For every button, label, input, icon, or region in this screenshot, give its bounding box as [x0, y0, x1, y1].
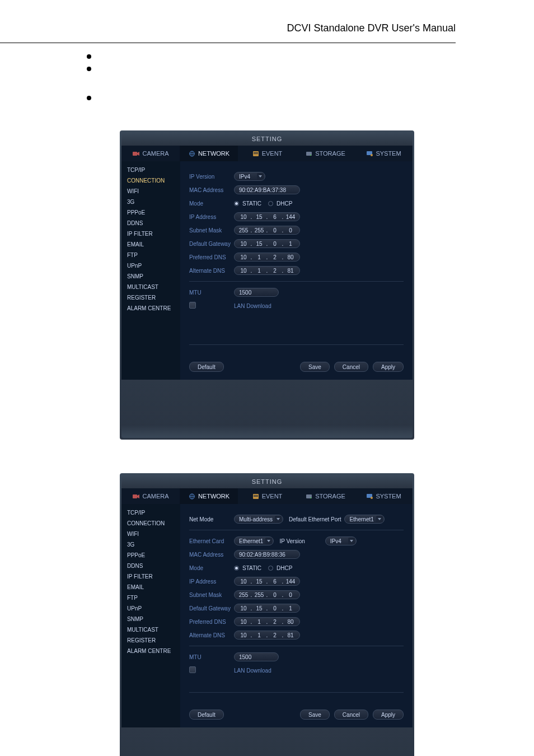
- svg-point-11: [371, 154, 373, 156]
- system-icon: [366, 151, 373, 157]
- sidebar-item-ipfilter[interactable]: IP FILTER: [121, 571, 180, 582]
- mac-address-label2: MAC Address: [189, 552, 234, 558]
- sidebar-item-ipfilter[interactable]: IP FILTER: [121, 228, 180, 239]
- tab-event[interactable]: EVENT: [238, 146, 296, 161]
- sidebar-item-3g[interactable]: 3G: [121, 197, 180, 207]
- main-panel: Net Mode Multi-address Default Ethernet …: [180, 504, 413, 727]
- preferred-dns-field[interactable]: 10. 1. 2. 80: [234, 253, 300, 262]
- storage-icon: [305, 493, 313, 500]
- cancel-button[interactable]: Cancel: [334, 362, 368, 372]
- sidebar-item-upnp[interactable]: UPnP: [121, 603, 180, 614]
- svg-rect-0: [133, 152, 137, 156]
- mode-static-radio2[interactable]: [234, 566, 239, 571]
- lan-download-checkbox2[interactable]: [189, 666, 196, 673]
- default-gateway-field2[interactable]: 10. 15. 0. 1: [234, 604, 300, 613]
- alternate-dns-label: Alternate DNS: [189, 268, 234, 274]
- sidebar-item-register[interactable]: REGISTER: [121, 292, 180, 303]
- lan-download-checkbox[interactable]: [189, 302, 196, 309]
- alternate-dns-field2[interactable]: 10. 1. 2. 81: [234, 631, 300, 640]
- sidebar-item-connection[interactable]: CONNECTION: [121, 175, 180, 186]
- sidebar-item-tcpip[interactable]: TCP/IP: [121, 165, 180, 175]
- ip-version-label: IP Version: [189, 174, 234, 180]
- sidebar-item-alarmcentre[interactable]: ALARM CENTRE: [121, 646, 180, 656]
- alternate-dns-label2: Alternate DNS: [189, 632, 234, 638]
- sidebar-item-register[interactable]: REGISTER: [121, 635, 180, 646]
- ip-version-select2[interactable]: IPv4: [325, 536, 357, 545]
- ip-address-label2: IP Address: [189, 578, 234, 585]
- tab-camera[interactable]: CAMERA: [121, 488, 180, 504]
- ip-version-label2: IP Version: [279, 538, 305, 544]
- default-gateway-label2: Default Gateway: [189, 605, 234, 612]
- save-button[interactable]: Save: [300, 362, 330, 372]
- tab-network[interactable]: NETWORK: [180, 488, 238, 504]
- network-icon: [188, 493, 196, 500]
- sidebar-item-wifi[interactable]: WIFI: [121, 186, 180, 197]
- mac-address-field2[interactable]: 90:02:A9:B9:88:36: [234, 550, 300, 559]
- main-panel: IP Version IPv4 MAC Address 90:02:A9:BA:…: [180, 161, 413, 380]
- default-button[interactable]: Default: [189, 362, 224, 372]
- ip-address-field2[interactable]: 10. 15. 6. 144: [234, 577, 300, 586]
- sidebar-item-wifi[interactable]: WIFI: [121, 529, 180, 539]
- tab-camera[interactable]: CAMERA: [121, 146, 180, 161]
- ip-version-select[interactable]: IPv4: [234, 172, 265, 181]
- mtu-label2: MTU: [189, 654, 234, 660]
- tab-event[interactable]: EVENT: [238, 488, 296, 504]
- net-mode-select[interactable]: Multi-address: [234, 515, 283, 524]
- doc-title: DCVI Standalone DVR User's Manual: [287, 22, 456, 34]
- sidebar-item-snmp[interactable]: SNMP: [121, 614, 180, 624]
- default-button2[interactable]: Default: [189, 710, 224, 720]
- tab-storage[interactable]: STORAGE: [296, 146, 354, 161]
- mac-address-field[interactable]: 90:02:A9:BA:37:38: [234, 185, 300, 194]
- system-icon: [366, 493, 373, 500]
- alternate-dns-field[interactable]: 10. 1. 2. 81: [234, 266, 300, 275]
- tab-bar: CAMERA NETWORK EVENT STORAGE SYSTEM: [121, 146, 413, 161]
- camera-icon: [132, 151, 140, 157]
- sidebar-item-pppoe[interactable]: PPPoE: [121, 550, 180, 561]
- sidebar-item-ftp[interactable]: FTP: [121, 592, 180, 603]
- sidebar-item-ddns[interactable]: DDNS: [121, 561, 180, 571]
- ethernet-card-select[interactable]: Ethernet1: [234, 536, 274, 545]
- sidebar-item-3g[interactable]: 3G: [121, 539, 180, 550]
- apply-button2[interactable]: Apply: [373, 710, 404, 720]
- default-eth-port-label: Default Ethernet Port: [289, 516, 341, 522]
- cancel-button2[interactable]: Cancel: [334, 710, 368, 720]
- tab-bar: CAMERA NETWORK EVENT STORAGE SYSTEM: [121, 488, 413, 504]
- tab-system[interactable]: SYSTEM: [354, 488, 413, 504]
- storage-icon: [305, 151, 313, 157]
- network-icon: [188, 151, 196, 157]
- sidebar-item-tcpip[interactable]: TCP/IP: [121, 507, 180, 518]
- sidebar-item-snmp[interactable]: SNMP: [121, 271, 180, 282]
- sidebar-item-connection[interactable]: CONNECTION: [121, 518, 180, 529]
- sidebar-item-multicast[interactable]: MULTICAST: [121, 624, 180, 635]
- sidebar-item-upnp[interactable]: UPnP: [121, 260, 180, 271]
- tab-network[interactable]: NETWORK: [180, 146, 238, 161]
- subnet-mask-field[interactable]: 255. 255. 0. 0: [234, 226, 300, 235]
- default-eth-port-select[interactable]: Ethernet1: [344, 515, 384, 524]
- tab-system[interactable]: SYSTEM: [354, 146, 413, 161]
- save-button2[interactable]: Save: [300, 710, 330, 720]
- sidebar-item-ddns[interactable]: DDNS: [121, 218, 180, 228]
- preferred-dns-field2[interactable]: 10. 1. 2. 80: [234, 617, 300, 626]
- mode-dhcp-radio[interactable]: [268, 201, 273, 206]
- camera-icon: [132, 493, 140, 500]
- sidebar-item-pppoe[interactable]: PPPoE: [121, 207, 180, 218]
- lan-download-label2: LAN Download: [234, 668, 271, 674]
- sidebar-item-email[interactable]: EMAIL: [121, 582, 180, 592]
- ethernet-card-label: Ethernet Card: [189, 538, 234, 544]
- mtu-field2[interactable]: 1500: [234, 652, 279, 661]
- sidebar-item-alarmcentre[interactable]: ALARM CENTRE: [121, 303, 180, 314]
- mac-address-label: MAC Address: [189, 187, 234, 193]
- mtu-field[interactable]: 1500: [234, 288, 279, 297]
- sidebar-item-email[interactable]: EMAIL: [121, 239, 180, 250]
- sidebar-item-ftp[interactable]: FTP: [121, 250, 180, 260]
- sidebar-item-multicast[interactable]: MULTICAST: [121, 282, 180, 292]
- ip-address-field[interactable]: 10. 15. 6. 144: [234, 212, 300, 221]
- bullet-icon: [87, 67, 91, 71]
- mode-dhcp-radio2[interactable]: [268, 566, 273, 571]
- apply-button[interactable]: Apply: [373, 362, 404, 372]
- tab-storage[interactable]: STORAGE: [296, 488, 354, 504]
- mode-static-radio[interactable]: [234, 201, 239, 206]
- subnet-mask-field2[interactable]: 255. 255. 0. 0: [234, 590, 300, 599]
- default-gateway-field[interactable]: 10. 15. 0. 1: [234, 239, 300, 248]
- bullet-icon: [87, 96, 91, 100]
